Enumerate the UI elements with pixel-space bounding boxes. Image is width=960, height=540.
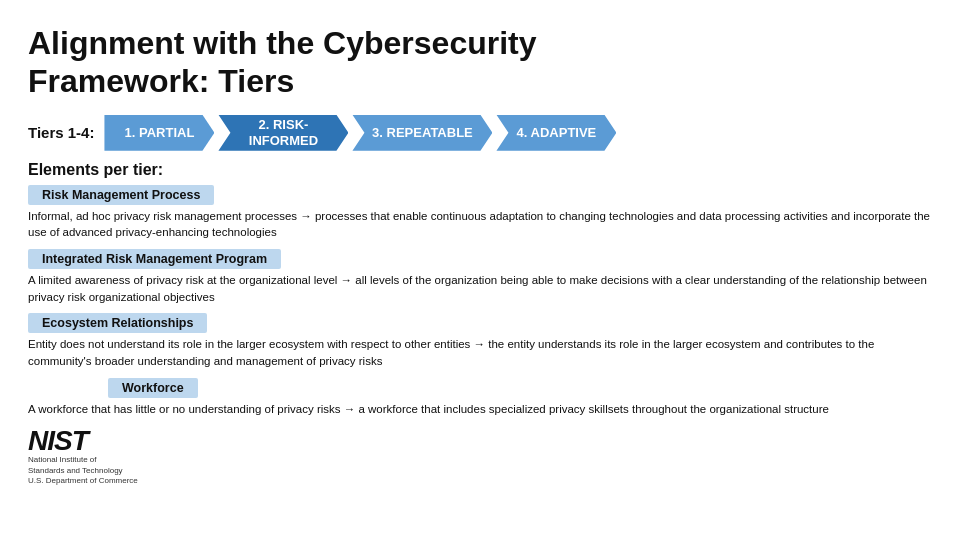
section-header-risk-management: Risk Management Process [28, 185, 214, 205]
section-text-risk-management: Informal, ad hoc privacy risk management… [28, 208, 932, 241]
elements-heading: Elements per tier: [28, 161, 932, 179]
section-workforce: Workforce A workforce that has little or… [28, 378, 932, 418]
section-integrated-risk: Integrated Risk Management Program A lim… [28, 249, 932, 305]
tiers-row: Tiers 1-4: 1. PARTIAL 2. RISK- INFORMED … [28, 115, 932, 151]
footer: NIST National Institute of Standards and… [28, 427, 932, 486]
section-text-ecosystem: Entity does not understand its role in t… [28, 336, 932, 369]
section-text-workforce: A workforce that has little or no unders… [28, 401, 932, 418]
section-risk-management: Risk Management Process Informal, ad hoc… [28, 185, 932, 241]
section-header-ecosystem: Ecosystem Relationships [28, 313, 207, 333]
nist-subtext: National Institute of Standards and Tech… [28, 455, 138, 486]
nist-logo: NIST National Institute of Standards and… [28, 427, 138, 486]
tier-4-badge[interactable]: 4. ADAPTIVE [496, 115, 616, 151]
tier-3-badge[interactable]: 3. REPEATABLE [352, 115, 492, 151]
section-ecosystem: Ecosystem Relationships Entity does not … [28, 313, 932, 369]
sections-container: Risk Management Process Informal, ad hoc… [28, 185, 932, 418]
tiers-label: Tiers 1-4: [28, 124, 94, 141]
section-header-workforce: Workforce [108, 378, 198, 398]
nist-wordmark: NIST [28, 427, 88, 455]
tier-1-badge[interactable]: 1. PARTIAL [104, 115, 214, 151]
page-title: Alignment with the Cybersecurity Framewo… [28, 24, 932, 101]
section-header-integrated-risk: Integrated Risk Management Program [28, 249, 281, 269]
tier-2-badge[interactable]: 2. RISK- INFORMED [218, 115, 348, 151]
section-text-integrated-risk: A limited awareness of privacy risk at t… [28, 272, 932, 305]
